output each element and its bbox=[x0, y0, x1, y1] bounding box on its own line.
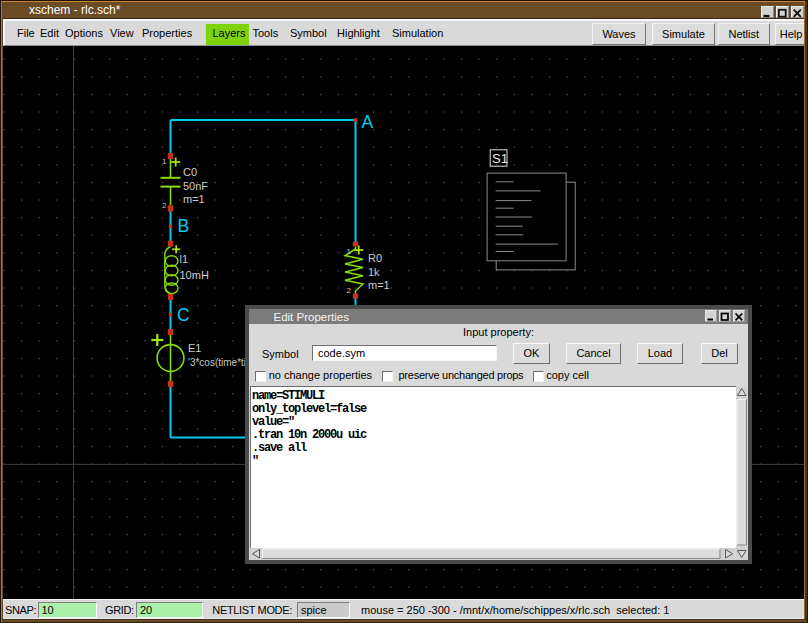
svg-text:S1: S1 bbox=[492, 151, 508, 166]
svg-text:B: B bbox=[178, 216, 190, 236]
svg-text:m=1: m=1 bbox=[368, 279, 390, 291]
svg-text:50nF: 50nF bbox=[183, 180, 208, 192]
svg-text:C: C bbox=[177, 305, 190, 325]
svg-text:l1: l1 bbox=[180, 253, 189, 265]
svg-text:2: 2 bbox=[162, 201, 167, 210]
svg-text:m=1: m=1 bbox=[183, 193, 205, 205]
svg-text:1: 1 bbox=[347, 247, 352, 256]
svg-text:C0: C0 bbox=[183, 166, 197, 178]
svg-text:10mH: 10mH bbox=[180, 269, 209, 281]
svg-text:A: A bbox=[362, 112, 374, 132]
svg-text:2: 2 bbox=[347, 286, 352, 295]
svg-text:1: 1 bbox=[162, 157, 167, 166]
svg-text:1k: 1k bbox=[368, 266, 380, 278]
svg-text:R0: R0 bbox=[368, 252, 382, 264]
svg-text:'3*cos(time*ti: '3*cos(time*ti bbox=[188, 357, 246, 368]
svg-text:E1: E1 bbox=[188, 342, 201, 354]
